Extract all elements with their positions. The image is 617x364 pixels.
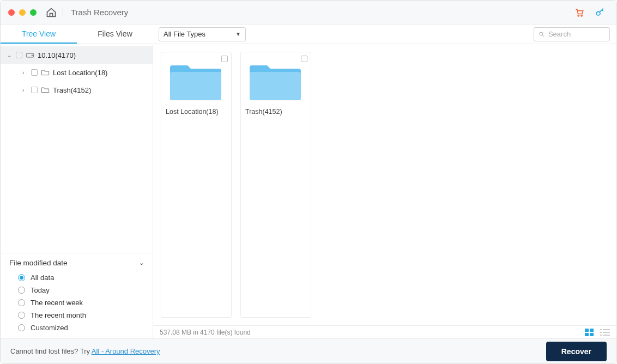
radio[interactable] <box>18 274 25 281</box>
all-around-recovery-link[interactable]: All - Around Recovery <box>92 347 160 355</box>
key-icon[interactable] <box>595 7 606 18</box>
footer: Cannot find lost files? Try All - Around… <box>1 338 616 363</box>
svg-rect-10 <box>585 333 589 336</box>
svg-point-5 <box>32 55 33 56</box>
tree-item-label: Trash(4152) <box>53 86 91 94</box>
filter-option-label: Customized <box>31 324 68 332</box>
filter-option-label: The recent month <box>31 311 86 319</box>
window-controls <box>8 9 37 16</box>
filter-option-recent-month[interactable]: The recent month <box>9 309 144 321</box>
folder-icon <box>41 69 50 76</box>
folder-icon <box>165 56 228 105</box>
chevron-down-icon: ⌄ <box>139 259 144 266</box>
search-box[interactable] <box>534 27 610 41</box>
chevron-right-icon[interactable]: › <box>22 87 28 93</box>
radio[interactable] <box>18 324 25 331</box>
file-grid: Lost Location(18) Trash(4152) <box>153 44 616 325</box>
zoom-button[interactable] <box>30 9 37 16</box>
tab-files-view[interactable]: Files View <box>77 25 153 44</box>
tree: ⌄ 10.10(4170) › Lost Location(18) <box>1 44 153 99</box>
svg-point-2 <box>596 11 600 15</box>
view-tabs: Tree View Files View <box>1 25 153 44</box>
folder-card-trash[interactable]: Trash(4152) <box>240 52 311 318</box>
drive-icon <box>26 51 34 59</box>
main-area: Lost Location(18) Trash(4152) 537.08 MB … <box>153 44 616 338</box>
tree-root-label: 10.10(4170) <box>38 51 76 59</box>
status-bar: 537.08 MB in 4170 file(s) found <box>153 325 616 338</box>
filter-heading[interactable]: File modified date ⌄ <box>9 259 144 267</box>
filter-option-label: Today <box>31 286 50 294</box>
sidebar: ⌄ 10.10(4170) › Lost Location(18) <box>1 44 153 338</box>
checkbox[interactable] <box>221 56 228 62</box>
body: ⌄ 10.10(4170) › Lost Location(18) <box>1 44 616 338</box>
home-icon[interactable] <box>45 7 57 19</box>
filter-option-label: All data <box>31 274 54 282</box>
filter-panel: File modified date ⌄ All data Today The … <box>1 253 153 338</box>
filetype-selected: All File Types <box>164 30 205 38</box>
chevron-right-icon[interactable]: › <box>22 70 28 76</box>
checkbox[interactable] <box>301 56 307 62</box>
filter-option-today[interactable]: Today <box>9 284 144 296</box>
search-input[interactable] <box>548 30 605 38</box>
divider <box>63 7 63 18</box>
svg-rect-6 <box>170 72 221 100</box>
tree-root[interactable]: ⌄ 10.10(4170) <box>1 46 153 64</box>
view-mode-switch <box>585 329 610 336</box>
radio[interactable] <box>18 312 25 319</box>
filter-option-all-data[interactable]: All data <box>9 271 144 284</box>
list-view-icon[interactable] <box>600 329 610 336</box>
folder-icon <box>244 56 307 105</box>
folder-card-label: Lost Location(18) <box>165 108 228 116</box>
title-bar: Trash Recovery <box>1 1 616 25</box>
minimize-button[interactable] <box>19 9 26 16</box>
page-title: Trash Recovery <box>71 8 574 17</box>
svg-rect-17 <box>603 335 610 336</box>
tree-item-label: Lost Location(18) <box>53 69 107 77</box>
folder-icon <box>41 86 50 94</box>
tab-tree-view[interactable]: Tree View <box>1 25 77 44</box>
search-icon <box>539 31 545 38</box>
checkbox[interactable] <box>31 87 38 93</box>
tree-item-trash[interactable]: › Trash(4152) <box>1 81 153 99</box>
checkbox[interactable] <box>16 52 22 58</box>
folder-card-label: Trash(4152) <box>244 108 307 116</box>
filter-option-recent-week[interactable]: The recent week <box>9 296 144 309</box>
svg-rect-9 <box>590 329 594 332</box>
filter-option-customized[interactable]: Customized <box>9 321 144 334</box>
svg-rect-7 <box>250 72 301 100</box>
chevron-down-icon: ▼ <box>235 31 241 37</box>
grid-view-icon[interactable] <box>585 329 595 336</box>
svg-rect-11 <box>590 333 594 336</box>
svg-rect-15 <box>603 332 610 333</box>
status-text: 537.08 MB in 4170 file(s) found <box>160 329 251 336</box>
svg-point-3 <box>540 32 543 35</box>
filter-option-label: The recent week <box>31 299 83 307</box>
app-window: Trash Recovery Tree View Files View All … <box>0 0 617 364</box>
svg-point-1 <box>581 15 582 16</box>
close-button[interactable] <box>8 9 15 16</box>
footer-prefix: Cannot find lost files? Try <box>10 347 92 355</box>
svg-rect-13 <box>603 329 610 330</box>
tree-item-lost-location[interactable]: › Lost Location(18) <box>1 64 153 81</box>
radio[interactable] <box>18 287 25 294</box>
radio[interactable] <box>18 299 25 306</box>
filter-heading-label: File modified date <box>9 259 68 267</box>
recover-button[interactable]: Recover <box>546 342 607 361</box>
svg-rect-14 <box>600 332 602 333</box>
svg-rect-8 <box>585 329 589 332</box>
footer-text: Cannot find lost files? Try All - Around… <box>10 347 160 355</box>
cart-icon[interactable] <box>574 7 585 18</box>
svg-rect-12 <box>600 329 602 330</box>
folder-card-lost-location[interactable]: Lost Location(18) <box>161 52 232 318</box>
svg-point-0 <box>578 15 579 16</box>
filetype-dropdown[interactable]: All File Types ▼ <box>159 27 246 41</box>
toolbar: Tree View Files View All File Types ▼ <box>1 25 616 44</box>
svg-rect-16 <box>600 335 602 336</box>
checkbox[interactable] <box>31 69 38 76</box>
chevron-down-icon[interactable]: ⌄ <box>7 52 13 58</box>
